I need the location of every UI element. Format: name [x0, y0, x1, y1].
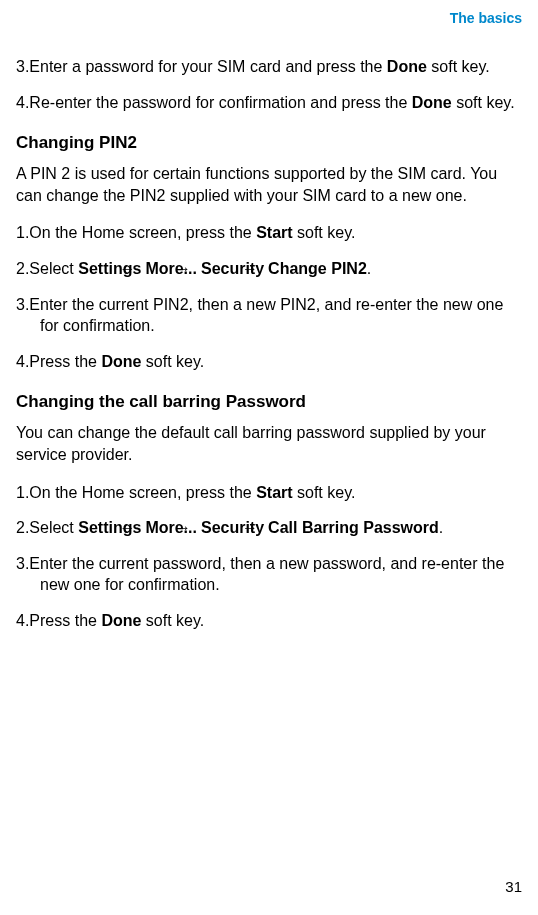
item-number: 3. — [16, 296, 29, 313]
list-item: 2.Select Settings → More... → Security →… — [16, 517, 522, 539]
list-item: 2.Select Settings → More... → Security →… — [16, 258, 522, 280]
list-item: 1.On the Home screen, press the Start so… — [16, 222, 522, 244]
item-text-bold: Start — [256, 484, 292, 501]
item-text-a: Re-enter the password for confirmation a… — [29, 94, 411, 111]
item-text-a: Enter the current password, then a new p… — [29, 555, 504, 594]
page-number: 31 — [505, 878, 522, 895]
item-text-a: Enter the current PIN2, then a new PIN2,… — [29, 296, 503, 335]
item-text-c: soft key. — [452, 94, 515, 111]
call-barring-list: 1.On the Home screen, press the Start so… — [16, 482, 522, 632]
item-text-c: soft key. — [293, 484, 356, 501]
list-item: 4.Press the Done soft key. — [16, 351, 522, 373]
pin2-list: 1.On the Home screen, press the Start so… — [16, 222, 522, 372]
item-text-c: soft key. — [141, 612, 204, 629]
item-text-c: soft key. — [427, 58, 490, 75]
item-bold-4: Call Barring Password — [268, 519, 439, 536]
heading-changing-pin2: Changing PIN2 — [16, 133, 522, 153]
item-number: 1. — [16, 224, 29, 241]
item-text-a: Enter a password for your SIM card and p… — [29, 58, 387, 75]
item-number: 3. — [16, 58, 29, 75]
item-number: 4. — [16, 612, 29, 629]
item-number: 2. — [16, 260, 29, 277]
item-text-c: soft key. — [141, 353, 204, 370]
item-text-c: . — [439, 519, 443, 536]
heading-call-barring: Changing the call barring Password — [16, 392, 522, 412]
item-number: 2. — [16, 519, 29, 536]
item-bold-4: Change PIN2 — [268, 260, 367, 277]
list-item: 4.Press the Done soft key. — [16, 610, 522, 632]
item-text-a: Select — [29, 519, 78, 536]
item-text-a: Press the — [29, 612, 101, 629]
item-text-a: On the Home screen, press the — [29, 484, 256, 501]
list-item: 3.Enter the current password, then a new… — [16, 553, 522, 596]
item-number: 1. — [16, 484, 29, 501]
item-text-c: . — [367, 260, 371, 277]
item-text-bold: Start — [256, 224, 292, 241]
intro-paragraph: You can change the default call barring … — [16, 422, 522, 465]
list-item: 3.Enter the current PIN2, then a new PIN… — [16, 294, 522, 337]
list-item: 3.Enter a password for your SIM card and… — [16, 56, 522, 78]
item-text-a: On the Home screen, press the — [29, 224, 256, 241]
list-item: 4.Re-enter the password for confirmation… — [16, 92, 522, 114]
item-text-bold: Done — [387, 58, 427, 75]
item-text-a: Select — [29, 260, 78, 277]
page-header: The basics — [16, 10, 522, 26]
item-number: 4. — [16, 94, 29, 111]
item-text-bold: Done — [412, 94, 452, 111]
continuation-list: 3.Enter a password for your SIM card and… — [16, 56, 522, 113]
intro-paragraph: A PIN 2 is used for certain functions su… — [16, 163, 522, 206]
item-number: 4. — [16, 353, 29, 370]
list-item: 1.On the Home screen, press the Start so… — [16, 482, 522, 504]
item-number: 3. — [16, 555, 29, 572]
item-text-bold: Done — [101, 353, 141, 370]
item-text-bold: Done — [101, 612, 141, 629]
item-text-c: soft key. — [293, 224, 356, 241]
item-text-a: Press the — [29, 353, 101, 370]
